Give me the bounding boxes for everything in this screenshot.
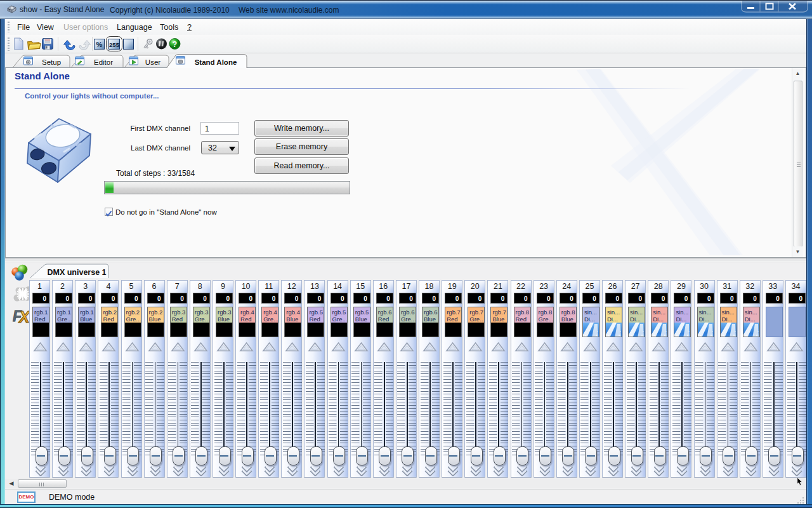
svg-text:255: 255 [109, 41, 120, 48]
svg-text:User: User [145, 58, 160, 66]
svg-text:Editor: Editor [94, 58, 113, 66]
svg-text:?: ? [173, 40, 177, 49]
svg-text:DMX universe 1: DMX universe 1 [47, 268, 106, 277]
svg-text:Stand Alone: Stand Alone [195, 58, 237, 66]
svg-text:Setup: Setup [42, 58, 61, 66]
svg-text:%: % [96, 41, 103, 48]
svg-text:X: X [18, 308, 30, 324]
